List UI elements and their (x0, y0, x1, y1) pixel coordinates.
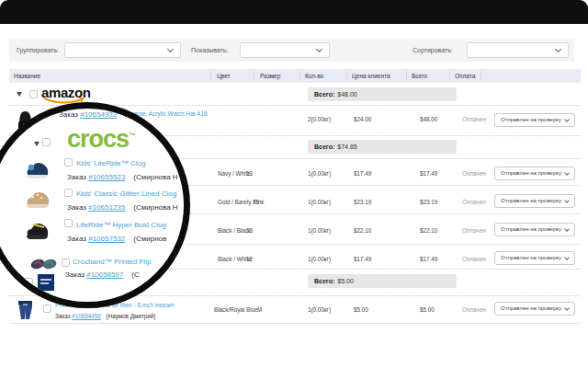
status-dropdown[interactable]: Отправлен на проверку (494, 251, 575, 265)
chevron-down-icon (564, 305, 570, 311)
group-checkbox[interactable] (42, 138, 51, 146)
qty-cell: 1(0.00кг) (308, 199, 331, 205)
chevron-down-icon (316, 46, 322, 52)
product-link[interactable]: LiteRide™ Hyper Bold Clog (76, 221, 166, 229)
chevron-down-icon (564, 255, 570, 260)
size-cell: 13 (246, 170, 253, 177)
order-number-link[interactable]: #10654456 (72, 313, 101, 319)
magnified-clog-navy (24, 161, 50, 181)
total-cell: $17.49 (420, 170, 437, 177)
product-link[interactable]: Crocband™ Printed Flip (73, 258, 151, 266)
total-cell: $5.00 (420, 306, 435, 313)
col-color: Цвет (217, 69, 231, 83)
filter-bar: Группировать: Показывать: Сортировать: (9, 39, 574, 62)
qty-cell: 1(0.00кг) (308, 227, 331, 234)
show-label: Показывать: (191, 47, 228, 53)
price-cell: $22.10 (354, 227, 371, 234)
chevron-down-icon (564, 198, 570, 203)
order-line: Заказ #10658597(С (65, 270, 140, 279)
price-cell: $17.49 (354, 256, 371, 262)
status-dropdown[interactable]: Отправлен на проверку (494, 113, 575, 127)
chevron-down-icon (555, 46, 561, 52)
color-cell: Black/Royal Blue (214, 306, 258, 313)
chevron-down-icon (564, 117, 570, 122)
status-dropdown[interactable]: Отправлен на проверку (494, 194, 575, 208)
chevron-down-icon (167, 46, 174, 52)
payment-status: Оплачен (462, 116, 486, 122)
col-qty: Кол-во (305, 69, 323, 83)
payment-status: Оплачен (462, 199, 486, 205)
size-cell: M (257, 306, 262, 313)
size-cell: 13 (246, 227, 253, 234)
price-cell: $24.00 (354, 116, 371, 122)
product-link[interactable]: Kids' LiteRide™ Clog (76, 159, 145, 167)
sort-select[interactable] (467, 42, 569, 58)
row-checkbox[interactable] (43, 305, 51, 313)
table-header: Название Цвет Размер Кол-во Цена клиента… (9, 69, 581, 83)
total-cell: $48.00 (420, 116, 437, 122)
status-dropdown[interactable]: Отправлен на проверку (494, 167, 575, 180)
product-image-trunks (17, 298, 33, 320)
status-dropdown[interactable]: Отправлен на проверку (494, 302, 575, 316)
total-cell: $22.10 (420, 227, 437, 234)
row-checkbox[interactable] (64, 219, 73, 227)
col-total: Всего (412, 69, 427, 83)
order-line: Заказ #10654456 (Наумов Дмитрий) (55, 313, 155, 319)
order-line: Заказ #10657532(Смирнов (67, 235, 166, 243)
row-checkbox[interactable] (62, 259, 70, 267)
collapse-triangle-icon[interactable] (34, 142, 40, 146)
product-link[interactable]: Kids' Classic Glitter Lined Clog (76, 190, 176, 198)
col-payment: Оплата (455, 69, 475, 83)
group-by-label: Группировать: (17, 47, 59, 53)
col-size: Размер (260, 69, 280, 83)
payment-status: Оплачен (462, 256, 486, 262)
chevron-down-icon (564, 226, 570, 232)
group-total: Всего:$48.00 (308, 87, 457, 101)
order-line: Заказ #10655523(Смирнова Н (67, 173, 178, 181)
group-total: Всего:$74.65 (308, 140, 457, 154)
sort-label: Сортировать: (413, 47, 453, 53)
browser-title-bar (0, 0, 588, 24)
collapse-triangle-icon[interactable] (17, 92, 22, 97)
order-line: Заказ #10651235(Смирнова Н (67, 203, 178, 212)
qty-cell: 1(0.00кг) (308, 170, 331, 177)
col-client-price: Цена клиента (352, 69, 390, 83)
total-cell: $17.49 (420, 256, 437, 262)
brand-logo-navy (38, 274, 54, 291)
qty-cell: 2(0.00кг) (308, 116, 331, 122)
magnified-clog-black (24, 221, 50, 242)
size-cell: 10 (253, 199, 259, 205)
qty-cell: 1(0.00кг) (308, 306, 331, 313)
payment-status: Оплачен (462, 170, 486, 177)
size-cell: 12 (246, 256, 253, 262)
group-checkbox[interactable] (25, 278, 33, 286)
payment-status: Оплачен (462, 227, 486, 234)
col-name: Название (14, 69, 40, 83)
magnified-flipflops (28, 256, 58, 272)
orders-page: Группировать: Показывать: Сортировать: Н… (0, 0, 588, 368)
row-checkbox[interactable] (64, 189, 73, 197)
price-cell: $5.00 (354, 306, 368, 313)
show-select[interactable] (240, 42, 330, 58)
status-dropdown[interactable]: Отправлен на проверку (494, 223, 575, 236)
crocs-logo: crocs™ (67, 125, 135, 154)
group-total: Всего:$5.00 (308, 274, 457, 288)
price-cell: $23.19 (354, 199, 371, 205)
price-cell: $17.49 (354, 170, 371, 177)
row-checkbox[interactable] (64, 158, 73, 167)
payment-status: Оплачен (462, 306, 486, 313)
chevron-down-icon (564, 170, 570, 176)
group-by-select[interactable] (64, 42, 181, 58)
group-checkbox[interactable] (29, 90, 38, 98)
qty-cell: 1(0.00кг) (308, 256, 331, 262)
magnified-order-line: Заказ #10654932 (59, 110, 117, 119)
magnified-clog-gold (24, 190, 51, 211)
total-cell: $23.19 (420, 199, 437, 205)
